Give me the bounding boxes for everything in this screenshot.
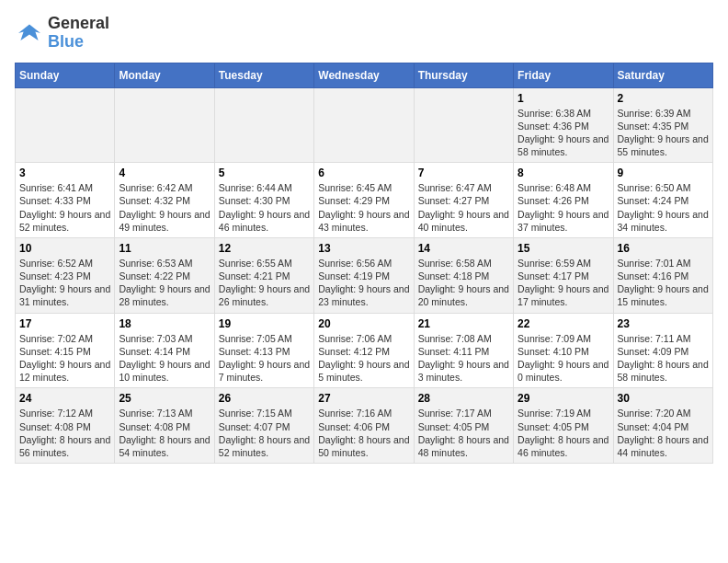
day-number: 25: [119, 392, 210, 405]
day-number: 6: [318, 167, 409, 179]
day-info: Sunrise: 7:05 AM Sunset: 4:13 PM Dayligh…: [219, 332, 310, 385]
header: General Blue: [15, 15, 713, 52]
calendar-week-1: 1Sunrise: 6:38 AM Sunset: 4:36 PM Daylig…: [16, 87, 713, 163]
day-number: 14: [418, 242, 509, 255]
day-cell-25: 25Sunrise: 7:13 AM Sunset: 4:08 PM Dayli…: [115, 388, 214, 464]
day-info: Sunrise: 6:42 AM Sunset: 4:32 PM Dayligh…: [119, 181, 210, 234]
day-cell-20: 20Sunrise: 7:06 AM Sunset: 4:12 PM Dayli…: [314, 313, 414, 388]
day-info: Sunrise: 7:08 AM Sunset: 4:11 PM Dayligh…: [418, 332, 509, 385]
day-number: 5: [219, 167, 310, 179]
day-number: 10: [19, 242, 110, 255]
day-cell-14: 14Sunrise: 6:58 AM Sunset: 4:18 PM Dayli…: [414, 237, 513, 313]
day-cell-18: 18Sunrise: 7:03 AM Sunset: 4:14 PM Dayli…: [115, 313, 214, 388]
day-number: 19: [219, 317, 310, 330]
day-cell-2: 2Sunrise: 6:39 AM Sunset: 4:35 PM Daylig…: [613, 87, 712, 163]
day-info: Sunrise: 7:11 AM Sunset: 4:09 PM Dayligh…: [618, 332, 709, 385]
calendar-body: 1Sunrise: 6:38 AM Sunset: 4:36 PM Daylig…: [16, 87, 713, 463]
day-number: 15: [518, 242, 609, 255]
weekday-tuesday: Tuesday: [214, 63, 313, 87]
day-info: Sunrise: 7:02 AM Sunset: 4:15 PM Dayligh…: [19, 332, 110, 385]
day-number: 18: [119, 317, 210, 330]
day-cell-7: 7Sunrise: 6:47 AM Sunset: 4:27 PM Daylig…: [414, 163, 513, 238]
weekday-thursday: Thursday: [414, 63, 513, 87]
day-info: Sunrise: 7:13 AM Sunset: 4:08 PM Dayligh…: [119, 407, 210, 459]
day-number: 13: [318, 242, 409, 255]
day-info: Sunrise: 7:12 AM Sunset: 4:08 PM Dayligh…: [19, 407, 110, 459]
day-number: 2: [618, 92, 709, 105]
day-info: Sunrise: 7:16 AM Sunset: 4:06 PM Dayligh…: [318, 407, 409, 459]
weekday-sunday: Sunday: [16, 63, 115, 87]
day-cell-26: 26Sunrise: 7:15 AM Sunset: 4:07 PM Dayli…: [214, 388, 313, 464]
day-number: 3: [19, 167, 110, 179]
weekday-header-row: SundayMondayTuesdayWednesdayThursdayFrid…: [16, 63, 713, 87]
svg-marker-0: [18, 24, 40, 40]
day-cell-24: 24Sunrise: 7:12 AM Sunset: 4:08 PM Dayli…: [16, 388, 115, 464]
day-info: Sunrise: 6:52 AM Sunset: 4:23 PM Dayligh…: [19, 257, 110, 309]
day-number: 27: [318, 392, 409, 405]
day-cell-6: 6Sunrise: 6:45 AM Sunset: 4:29 PM Daylig…: [314, 163, 414, 238]
day-cell-19: 19Sunrise: 7:05 AM Sunset: 4:13 PM Dayli…: [214, 313, 313, 388]
day-number: 12: [219, 242, 310, 255]
day-info: Sunrise: 7:06 AM Sunset: 4:12 PM Dayligh…: [318, 332, 409, 385]
day-number: 20: [318, 317, 409, 330]
day-info: Sunrise: 7:17 AM Sunset: 4:05 PM Dayligh…: [418, 407, 509, 459]
day-info: Sunrise: 7:19 AM Sunset: 4:05 PM Dayligh…: [518, 407, 609, 459]
day-number: 26: [219, 392, 310, 405]
day-number: 30: [618, 392, 709, 405]
weekday-saturday: Saturday: [613, 63, 712, 87]
day-cell-12: 12Sunrise: 6:55 AM Sunset: 4:21 PM Dayli…: [214, 237, 313, 313]
day-cell-1: 1Sunrise: 6:38 AM Sunset: 4:36 PM Daylig…: [514, 87, 613, 163]
day-cell-9: 9Sunrise: 6:50 AM Sunset: 4:24 PM Daylig…: [613, 163, 712, 238]
day-cell-8: 8Sunrise: 6:48 AM Sunset: 4:26 PM Daylig…: [514, 163, 613, 238]
weekday-wednesday: Wednesday: [314, 63, 414, 87]
day-number: 17: [19, 317, 110, 330]
empty-cell: [414, 87, 513, 163]
day-cell-29: 29Sunrise: 7:19 AM Sunset: 4:05 PM Dayli…: [514, 388, 613, 464]
empty-cell: [214, 87, 313, 163]
day-info: Sunrise: 7:09 AM Sunset: 4:10 PM Dayligh…: [518, 332, 609, 385]
day-cell-22: 22Sunrise: 7:09 AM Sunset: 4:10 PM Dayli…: [514, 313, 613, 388]
logo: General Blue: [15, 15, 109, 52]
day-info: Sunrise: 6:48 AM Sunset: 4:26 PM Dayligh…: [518, 181, 609, 234]
day-number: 4: [119, 167, 210, 179]
day-info: Sunrise: 6:56 AM Sunset: 4:19 PM Dayligh…: [318, 257, 409, 309]
calendar-header: SundayMondayTuesdayWednesdayThursdayFrid…: [16, 63, 713, 87]
day-info: Sunrise: 7:20 AM Sunset: 4:04 PM Dayligh…: [618, 407, 709, 459]
day-number: 28: [418, 392, 509, 405]
day-number: 29: [518, 392, 609, 405]
day-cell-17: 17Sunrise: 7:02 AM Sunset: 4:15 PM Dayli…: [16, 313, 115, 388]
day-cell-15: 15Sunrise: 6:59 AM Sunset: 4:17 PM Dayli…: [514, 237, 613, 313]
day-info: Sunrise: 7:01 AM Sunset: 4:16 PM Dayligh…: [618, 257, 709, 309]
day-number: 16: [618, 242, 709, 255]
day-cell-10: 10Sunrise: 6:52 AM Sunset: 4:23 PM Dayli…: [16, 237, 115, 313]
day-info: Sunrise: 6:58 AM Sunset: 4:18 PM Dayligh…: [418, 257, 509, 309]
day-info: Sunrise: 6:39 AM Sunset: 4:35 PM Dayligh…: [618, 107, 709, 159]
day-cell-3: 3Sunrise: 6:41 AM Sunset: 4:33 PM Daylig…: [16, 163, 115, 238]
day-info: Sunrise: 6:55 AM Sunset: 4:21 PM Dayligh…: [219, 257, 310, 309]
weekday-friday: Friday: [514, 63, 613, 87]
day-number: 24: [19, 392, 110, 405]
day-number: 21: [418, 317, 509, 330]
logo-icon: [15, 18, 44, 48]
day-info: Sunrise: 7:15 AM Sunset: 4:07 PM Dayligh…: [219, 407, 310, 459]
day-cell-21: 21Sunrise: 7:08 AM Sunset: 4:11 PM Dayli…: [414, 313, 513, 388]
day-cell-4: 4Sunrise: 6:42 AM Sunset: 4:32 PM Daylig…: [115, 163, 214, 238]
day-number: 22: [518, 317, 609, 330]
day-info: Sunrise: 7:03 AM Sunset: 4:14 PM Dayligh…: [119, 332, 210, 385]
day-number: 1: [518, 92, 609, 105]
weekday-monday: Monday: [115, 63, 214, 87]
day-info: Sunrise: 6:47 AM Sunset: 4:27 PM Dayligh…: [418, 181, 509, 234]
calendar-week-5: 24Sunrise: 7:12 AM Sunset: 4:08 PM Dayli…: [16, 388, 713, 464]
empty-cell: [16, 87, 115, 163]
calendar: SundayMondayTuesdayWednesdayThursdayFrid…: [15, 63, 713, 464]
day-cell-11: 11Sunrise: 6:53 AM Sunset: 4:22 PM Dayli…: [115, 237, 214, 313]
day-info: Sunrise: 6:50 AM Sunset: 4:24 PM Dayligh…: [618, 181, 709, 234]
day-info: Sunrise: 6:53 AM Sunset: 4:22 PM Dayligh…: [119, 257, 210, 309]
day-info: Sunrise: 6:38 AM Sunset: 4:36 PM Dayligh…: [518, 107, 609, 159]
day-cell-16: 16Sunrise: 7:01 AM Sunset: 4:16 PM Dayli…: [613, 237, 712, 313]
day-number: 7: [418, 167, 509, 179]
day-info: Sunrise: 6:44 AM Sunset: 4:30 PM Dayligh…: [219, 181, 310, 234]
day-info: Sunrise: 6:59 AM Sunset: 4:17 PM Dayligh…: [518, 257, 609, 309]
logo-text: General Blue: [48, 15, 109, 52]
day-cell-27: 27Sunrise: 7:16 AM Sunset: 4:06 PM Dayli…: [314, 388, 414, 464]
